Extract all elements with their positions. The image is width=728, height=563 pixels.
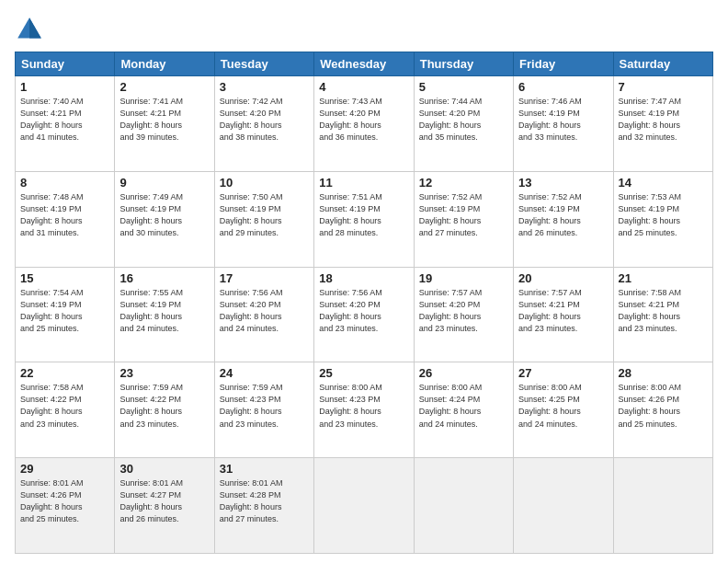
day-header-monday: Monday bbox=[115, 52, 214, 76]
day-number: 22 bbox=[20, 366, 109, 380]
day-info: Sunrise: 7:55 AMSunset: 4:19 PMDaylight:… bbox=[119, 287, 209, 335]
week-row-2: 8Sunrise: 7:48 AMSunset: 4:19 PMDaylight… bbox=[16, 171, 713, 267]
day-number: 23 bbox=[119, 366, 209, 380]
day-info: Sunrise: 7:56 AMSunset: 4:20 PMDaylight:… bbox=[220, 287, 309, 335]
week-row-5: 29Sunrise: 8:01 AMSunset: 4:26 PMDayligh… bbox=[16, 458, 713, 554]
day-number: 13 bbox=[518, 176, 608, 190]
day-info: Sunrise: 8:00 AMSunset: 4:23 PMDaylight:… bbox=[319, 382, 408, 430]
day-info: Sunrise: 7:50 AMSunset: 4:19 PMDaylight:… bbox=[220, 191, 309, 239]
calendar-cell: 7Sunrise: 7:47 AMSunset: 4:19 PMDaylight… bbox=[613, 76, 712, 172]
calendar-body: 1Sunrise: 7:40 AMSunset: 4:21 PMDaylight… bbox=[16, 76, 713, 554]
calendar-cell: 28Sunrise: 8:00 AMSunset: 4:26 PMDayligh… bbox=[613, 362, 712, 458]
day-info: Sunrise: 7:47 AMSunset: 4:19 PMDaylight:… bbox=[619, 96, 708, 144]
header bbox=[15, 15, 713, 44]
calendar-cell: 31Sunrise: 8:01 AMSunset: 4:28 PMDayligh… bbox=[214, 458, 313, 554]
day-number: 11 bbox=[319, 176, 408, 190]
day-info: Sunrise: 8:00 AMSunset: 4:25 PMDaylight:… bbox=[518, 382, 608, 430]
calendar-cell: 3Sunrise: 7:42 AMSunset: 4:20 PMDaylight… bbox=[214, 76, 313, 172]
day-header-tuesday: Tuesday bbox=[214, 52, 313, 76]
day-number: 29 bbox=[20, 462, 109, 476]
day-number: 30 bbox=[119, 462, 209, 476]
calendar-cell: 23Sunrise: 7:59 AMSunset: 4:22 PMDayligh… bbox=[115, 362, 214, 458]
calendar-cell: 11Sunrise: 7:51 AMSunset: 4:19 PMDayligh… bbox=[314, 171, 414, 267]
day-number: 4 bbox=[319, 80, 408, 94]
day-number: 31 bbox=[220, 462, 309, 476]
calendar-cell: 9Sunrise: 7:49 AMSunset: 4:19 PMDaylight… bbox=[115, 171, 214, 267]
day-header-friday: Friday bbox=[514, 52, 613, 76]
day-info: Sunrise: 7:51 AMSunset: 4:19 PMDaylight:… bbox=[319, 191, 408, 239]
calendar-cell: 2Sunrise: 7:41 AMSunset: 4:21 PMDaylight… bbox=[115, 76, 214, 172]
day-number: 20 bbox=[518, 271, 608, 285]
day-number: 1 bbox=[20, 80, 109, 94]
day-header-saturday: Saturday bbox=[613, 52, 712, 76]
week-row-3: 15Sunrise: 7:54 AMSunset: 4:19 PMDayligh… bbox=[16, 267, 713, 362]
day-number: 19 bbox=[419, 271, 508, 285]
day-info: Sunrise: 7:52 AMSunset: 4:19 PMDaylight:… bbox=[518, 191, 608, 239]
day-info: Sunrise: 7:59 AMSunset: 4:22 PMDaylight:… bbox=[119, 382, 209, 430]
calendar-cell bbox=[514, 458, 613, 554]
calendar-cell: 1Sunrise: 7:40 AMSunset: 4:21 PMDaylight… bbox=[16, 76, 115, 172]
day-info: Sunrise: 7:58 AMSunset: 4:21 PMDaylight:… bbox=[619, 287, 708, 335]
day-number: 3 bbox=[220, 80, 309, 94]
calendar-cell: 10Sunrise: 7:50 AMSunset: 4:19 PMDayligh… bbox=[214, 171, 313, 267]
day-info: Sunrise: 7:54 AMSunset: 4:19 PMDaylight:… bbox=[20, 287, 109, 335]
day-info: Sunrise: 8:00 AMSunset: 4:26 PMDaylight:… bbox=[619, 382, 708, 430]
day-info: Sunrise: 7:43 AMSunset: 4:20 PMDaylight:… bbox=[319, 96, 408, 144]
day-info: Sunrise: 7:53 AMSunset: 4:19 PMDaylight:… bbox=[619, 191, 708, 239]
day-info: Sunrise: 7:58 AMSunset: 4:22 PMDaylight:… bbox=[20, 382, 109, 430]
calendar-cell: 27Sunrise: 8:00 AMSunset: 4:25 PMDayligh… bbox=[514, 362, 613, 458]
day-info: Sunrise: 7:42 AMSunset: 4:20 PMDaylight:… bbox=[220, 96, 309, 144]
day-info: Sunrise: 7:57 AMSunset: 4:21 PMDaylight:… bbox=[518, 287, 608, 335]
calendar-cell bbox=[414, 458, 513, 554]
day-info: Sunrise: 8:01 AMSunset: 4:28 PMDaylight:… bbox=[220, 477, 309, 525]
calendar-cell: 13Sunrise: 7:52 AMSunset: 4:19 PMDayligh… bbox=[514, 171, 613, 267]
day-number: 8 bbox=[20, 176, 109, 190]
day-number: 26 bbox=[419, 366, 508, 380]
calendar-cell bbox=[314, 458, 414, 554]
page: SundayMondayTuesdayWednesdayThursdayFrid… bbox=[0, 0, 728, 563]
calendar-cell: 5Sunrise: 7:44 AMSunset: 4:20 PMDaylight… bbox=[414, 76, 513, 172]
day-info: Sunrise: 8:00 AMSunset: 4:24 PMDaylight:… bbox=[419, 382, 508, 430]
calendar-cell: 21Sunrise: 7:58 AMSunset: 4:21 PMDayligh… bbox=[613, 267, 712, 362]
day-info: Sunrise: 8:01 AMSunset: 4:27 PMDaylight:… bbox=[119, 477, 209, 525]
calendar-cell: 30Sunrise: 8:01 AMSunset: 4:27 PMDayligh… bbox=[115, 458, 214, 554]
day-number: 2 bbox=[119, 80, 209, 94]
calendar-cell: 16Sunrise: 7:55 AMSunset: 4:19 PMDayligh… bbox=[115, 267, 214, 362]
calendar-cell: 26Sunrise: 8:00 AMSunset: 4:24 PMDayligh… bbox=[414, 362, 513, 458]
day-info: Sunrise: 8:01 AMSunset: 4:26 PMDaylight:… bbox=[20, 477, 109, 525]
day-info: Sunrise: 7:49 AMSunset: 4:19 PMDaylight:… bbox=[119, 191, 209, 239]
calendar-cell: 12Sunrise: 7:52 AMSunset: 4:19 PMDayligh… bbox=[414, 171, 513, 267]
day-number: 12 bbox=[419, 176, 508, 190]
calendar-cell: 4Sunrise: 7:43 AMSunset: 4:20 PMDaylight… bbox=[314, 76, 414, 172]
day-number: 7 bbox=[619, 80, 708, 94]
day-info: Sunrise: 7:48 AMSunset: 4:19 PMDaylight:… bbox=[20, 191, 109, 239]
day-number: 18 bbox=[319, 271, 408, 285]
day-number: 27 bbox=[518, 366, 608, 380]
day-number: 6 bbox=[518, 80, 608, 94]
calendar-header: SundayMondayTuesdayWednesdayThursdayFrid… bbox=[16, 52, 713, 76]
day-header-sunday: Sunday bbox=[16, 52, 115, 76]
calendar-cell bbox=[613, 458, 712, 554]
calendar-cell: 14Sunrise: 7:53 AMSunset: 4:19 PMDayligh… bbox=[613, 171, 712, 267]
week-row-4: 22Sunrise: 7:58 AMSunset: 4:22 PMDayligh… bbox=[16, 362, 713, 458]
day-info: Sunrise: 7:52 AMSunset: 4:19 PMDaylight:… bbox=[419, 191, 508, 239]
calendar-table: SundayMondayTuesdayWednesdayThursdayFrid… bbox=[15, 52, 713, 554]
day-info: Sunrise: 7:40 AMSunset: 4:21 PMDaylight:… bbox=[20, 96, 109, 144]
day-info: Sunrise: 7:41 AMSunset: 4:21 PMDaylight:… bbox=[119, 96, 209, 144]
day-number: 28 bbox=[619, 366, 708, 380]
calendar-cell: 15Sunrise: 7:54 AMSunset: 4:19 PMDayligh… bbox=[16, 267, 115, 362]
calendar-cell: 24Sunrise: 7:59 AMSunset: 4:23 PMDayligh… bbox=[214, 362, 313, 458]
day-info: Sunrise: 7:59 AMSunset: 4:23 PMDaylight:… bbox=[220, 382, 309, 430]
day-header-thursday: Thursday bbox=[414, 52, 513, 76]
logo bbox=[15, 15, 48, 44]
calendar-cell: 17Sunrise: 7:56 AMSunset: 4:20 PMDayligh… bbox=[214, 267, 313, 362]
day-number: 10 bbox=[220, 176, 309, 190]
day-info: Sunrise: 7:44 AMSunset: 4:20 PMDaylight:… bbox=[419, 96, 508, 144]
svg-marker-1 bbox=[29, 17, 41, 38]
day-number: 5 bbox=[419, 80, 508, 94]
calendar-cell: 20Sunrise: 7:57 AMSunset: 4:21 PMDayligh… bbox=[514, 267, 613, 362]
day-info: Sunrise: 7:46 AMSunset: 4:19 PMDaylight:… bbox=[518, 96, 608, 144]
day-info: Sunrise: 7:56 AMSunset: 4:20 PMDaylight:… bbox=[319, 287, 408, 335]
day-header-wednesday: Wednesday bbox=[314, 52, 414, 76]
day-number: 17 bbox=[220, 271, 309, 285]
